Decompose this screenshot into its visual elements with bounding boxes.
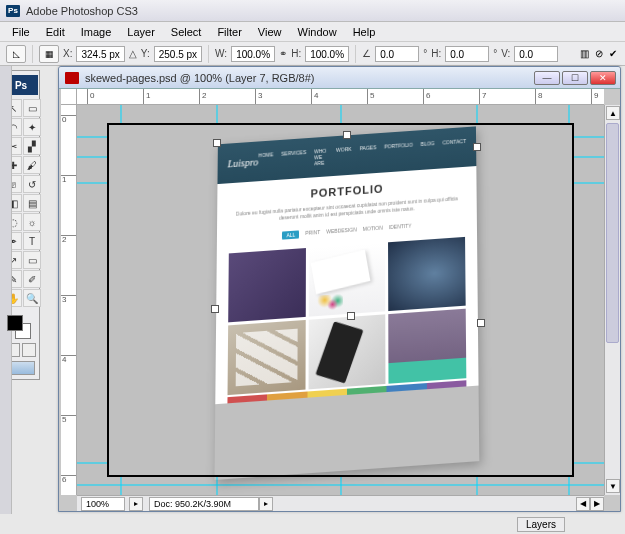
vertical-scrollbar[interactable]: ▲ ▼	[604, 105, 620, 495]
scroll-up-icon[interactable]: ▲	[606, 106, 620, 120]
scroll-thumb[interactable]	[606, 123, 619, 343]
horizontal-ruler[interactable]: 0 1 2 3 4 5 6 7 8 9	[77, 89, 604, 105]
scroll-left-icon[interactable]: ◀	[576, 497, 590, 511]
hskew-value-input[interactable]: 0.0	[445, 46, 489, 62]
photoshop-app-icon: Ps	[6, 5, 20, 17]
ruler-origin[interactable]	[61, 89, 77, 105]
y-label: Y:	[141, 48, 150, 59]
mockup-logo: Luispro	[228, 156, 259, 169]
zoom-level-input[interactable]: 100%	[81, 497, 125, 511]
zoom-menu-icon[interactable]: ▸	[129, 497, 143, 511]
w-value-input[interactable]: 100.0%	[231, 46, 275, 62]
transform-handle[interactable]	[473, 143, 481, 151]
transform-handle[interactable]	[213, 139, 221, 147]
document-window: skewed-pages.psd @ 100% (Layer 7, RGB/8#…	[58, 66, 621, 512]
mockup-nav: HOMESERVICESWHO WE AREWORKPAGESPORTFOLIO…	[258, 138, 466, 170]
transform-handle[interactable]	[343, 131, 351, 139]
angle-label: ∠	[362, 48, 371, 59]
x-value-input[interactable]: 324.5 px	[76, 46, 124, 62]
minimize-button[interactable]: —	[534, 71, 560, 85]
menu-window[interactable]: Window	[290, 24, 345, 40]
reference-point-icon[interactable]: ▦	[39, 45, 59, 63]
menu-image[interactable]: Image	[73, 24, 120, 40]
h-value-input[interactable]: 100.0%	[305, 46, 349, 62]
menu-edit[interactable]: Edit	[38, 24, 73, 40]
document-title: skewed-pages.psd @ 100% (Layer 7, RGB/8#…	[85, 72, 534, 84]
menu-help[interactable]: Help	[345, 24, 384, 40]
commit-transform-icon[interactable]: ✔	[609, 48, 617, 59]
menu-filter[interactable]: Filter	[209, 24, 249, 40]
document-icon	[65, 72, 79, 84]
close-button[interactable]: ✕	[590, 71, 616, 85]
angle-value-input[interactable]: 0.0	[375, 46, 419, 62]
vskew-value-input[interactable]: 0.0	[514, 46, 558, 62]
w-label: W:	[215, 48, 227, 59]
warp-icon[interactable]: ▥	[580, 48, 589, 59]
layers-panel-tab[interactable]: Layers	[517, 517, 565, 532]
scroll-right-icon[interactable]: ▶	[590, 497, 604, 511]
hskew-label: H:	[431, 48, 441, 59]
status-scroll-bar: 100% ▸ Doc: 950.2K/3.90M ▸ ◀ ▶	[77, 495, 604, 511]
cancel-transform-icon[interactable]: ⊘	[595, 48, 603, 59]
y-value-input[interactable]: 250.5 px	[154, 46, 202, 62]
vskew-label: V:	[501, 48, 510, 59]
options-bar: ◺ ▦ X: 324.5 px △ Y: 250.5 px W: 100.0% …	[0, 42, 625, 66]
mockup-layer[interactable]: Luispro HOMESERVICESWHO WE AREWORKPAGESP…	[215, 126, 480, 480]
canvas[interactable]: Luispro HOMESERVICESWHO WE AREWORKPAGESP…	[77, 105, 604, 495]
transform-handle[interactable]	[347, 312, 355, 320]
menu-view[interactable]: View	[250, 24, 290, 40]
h-label: H:	[291, 48, 301, 59]
angle-unit: °	[423, 48, 427, 59]
link-icon[interactable]: ⚭	[279, 48, 287, 59]
menu-layer[interactable]: Layer	[119, 24, 163, 40]
transform-handle[interactable]	[477, 319, 485, 327]
document-titlebar[interactable]: skewed-pages.psd @ 100% (Layer 7, RGB/8#…	[59, 67, 620, 89]
menu-bar: File Edit Image Layer Select Filter View…	[0, 22, 625, 42]
app-titlebar: Ps Adobe Photoshop CS3	[0, 0, 625, 22]
vertical-ruler[interactable]: 0 1 2 3 4 5 6	[61, 105, 77, 495]
status-menu-icon[interactable]: ▸	[259, 497, 273, 511]
x-label: X:	[63, 48, 72, 59]
triangle-icon: △	[129, 48, 137, 59]
doc-size-display[interactable]: Doc: 950.2K/3.90M	[149, 497, 259, 511]
transform-tool-icon[interactable]: ◺	[6, 45, 26, 63]
transform-handle[interactable]	[211, 305, 219, 313]
menu-file[interactable]: File	[4, 24, 38, 40]
hskew-unit: °	[493, 48, 497, 59]
app-title: Adobe Photoshop CS3	[26, 5, 138, 17]
foreground-color[interactable]	[7, 315, 23, 331]
menu-select[interactable]: Select	[163, 24, 210, 40]
dock-strip	[0, 66, 12, 514]
scroll-down-icon[interactable]: ▼	[606, 479, 620, 493]
maximize-button[interactable]: ☐	[562, 71, 588, 85]
